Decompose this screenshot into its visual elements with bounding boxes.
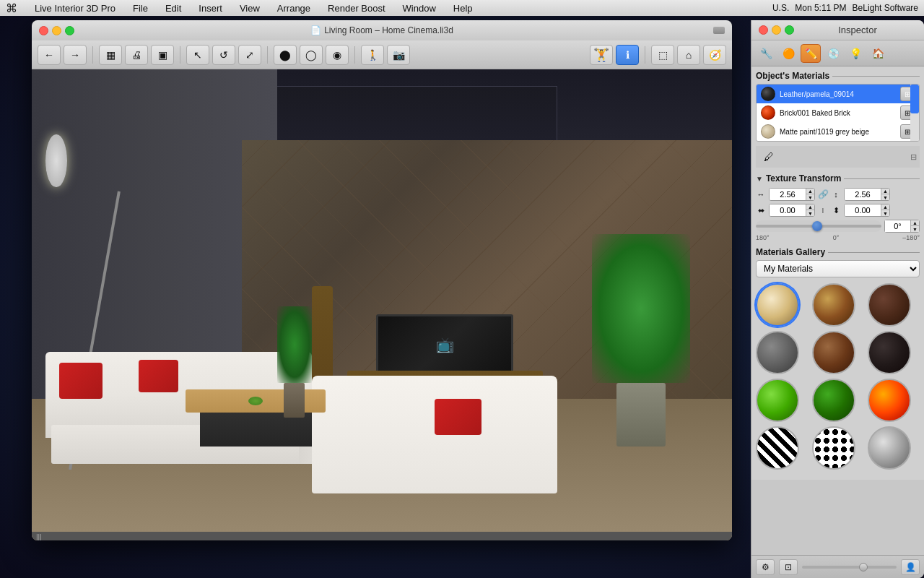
viewport[interactable]: 📺 <box>32 69 732 540</box>
gallery-item-beige[interactable] <box>756 283 799 327</box>
back-button[interactable]: ← <box>38 45 61 65</box>
menu-window[interactable]: Window <box>400 3 439 14</box>
house-button[interactable]: ⌂ <box>677 45 700 65</box>
scale-v-input[interactable] <box>845 189 881 200</box>
maximize-button[interactable] <box>65 26 74 35</box>
material-item-1[interactable]: Leather/pamela_09014 ⊞ <box>757 85 919 103</box>
scale-h-icon: ↔ <box>756 190 766 199</box>
menu-file[interactable]: File <box>130 3 151 14</box>
select-button[interactable]: ↖ <box>186 45 209 65</box>
eyedropper-tool[interactable]: 🖊 <box>759 147 779 166</box>
material-item-3[interactable]: Matte paint/1019 grey beige ⊞ <box>757 122 919 141</box>
tool-edit[interactable]: ✏️ <box>801 44 821 63</box>
small-plant-pot <box>284 383 305 418</box>
rotation-down[interactable]: ▼ <box>910 226 919 232</box>
offset-v-down[interactable]: ▼ <box>881 210 889 216</box>
fit-button[interactable]: ⊡ <box>779 559 798 575</box>
gallery-item-zebra[interactable] <box>756 426 799 470</box>
tool-material-ball[interactable]: 🟠 <box>778 44 798 63</box>
settings-button[interactable]: ⚙ <box>756 559 775 575</box>
gallery-item-wood[interactable] <box>812 283 855 327</box>
gallery-item-fire[interactable] <box>868 379 911 422</box>
view3d-button[interactable]: ▣ <box>151 45 174 65</box>
gallery-item-brick[interactable] <box>868 283 911 327</box>
walk-button[interactable]: 🚶 <box>361 45 384 65</box>
menu-render[interactable]: Render Boost <box>325 3 388 14</box>
gallery-item-green-bright[interactable] <box>756 379 799 422</box>
tool-room[interactable]: 🏠 <box>868 44 888 63</box>
rotation-up[interactable]: ▲ <box>910 220 919 226</box>
scale-v-down[interactable]: ▼ <box>881 194 889 200</box>
scale-h-stepper[interactable]: ▲ ▼ <box>806 189 814 200</box>
zoom-slider[interactable] <box>802 566 897 569</box>
menu-help[interactable]: Help <box>450 3 476 14</box>
viewport-scrollbar[interactable]: ||| <box>32 532 732 540</box>
frame-button[interactable]: ⬚ <box>651 45 674 65</box>
tool-light[interactable]: 💡 <box>845 44 866 63</box>
rotation-stepper[interactable]: ▲ ▼ <box>910 220 919 232</box>
menu-insert[interactable]: Insert <box>196 3 225 14</box>
grid-icon: ⊟ <box>910 152 917 162</box>
offset-h-stepper[interactable]: ▲ ▼ <box>806 204 814 216</box>
tool-texture[interactable]: 💿 <box>823 44 843 63</box>
rotation-label-min: 180° <box>756 234 770 241</box>
materials-scrollbar[interactable] <box>910 85 919 141</box>
close-button[interactable] <box>39 26 48 35</box>
scale-h-input[interactable] <box>770 189 806 200</box>
forward-button[interactable]: → <box>64 45 87 65</box>
rotate-button[interactable]: ↺ <box>212 45 235 65</box>
toolbar-sep-4 <box>354 46 355 64</box>
offset-h-up[interactable]: ▲ <box>806 204 814 210</box>
gallery-dropdown[interactable]: My Materials <box>756 260 920 277</box>
sofa-center <box>312 376 557 493</box>
rotation-input[interactable] <box>885 220 910 232</box>
offset-v-stepper[interactable]: ▲ ▼ <box>881 204 889 216</box>
inspector-max[interactable] <box>785 25 794 35</box>
scale-v-up[interactable]: ▲ <box>881 189 889 194</box>
menu-arrange[interactable]: Arrange <box>274 3 313 14</box>
tool-object[interactable]: 🔧 <box>756 44 776 63</box>
texture-section-header: ▼ Texture Transform <box>756 173 920 184</box>
apple-menu[interactable]: ⌘ <box>6 1 17 15</box>
gallery-item-ebony[interactable] <box>868 331 911 374</box>
gallery-item-metal[interactable] <box>868 426 911 470</box>
scale-v-stepper[interactable]: ▲ ▼ <box>881 189 889 200</box>
offset-h-down[interactable]: ▼ <box>806 210 814 216</box>
texture-toggle[interactable]: ▼ <box>756 175 763 183</box>
menu-view[interactable]: View <box>237 3 263 14</box>
shape-button[interactable]: ◉ <box>326 45 349 65</box>
material-item-2[interactable]: Brick/001 Baked Brick ⊞ <box>757 103 919 122</box>
info-button[interactable]: ℹ <box>616 45 639 65</box>
window-collapse-button[interactable] <box>713 27 725 34</box>
inspector-close[interactable] <box>759 25 768 35</box>
offset-v-input[interactable] <box>845 204 881 216</box>
minimize-button[interactable] <box>52 26 61 35</box>
scale-h-up[interactable]: ▲ <box>806 189 814 194</box>
rotation-slider[interactable] <box>756 220 881 232</box>
circle-button[interactable]: ◯ <box>300 45 323 65</box>
object3d-button[interactable]: 🏋 <box>590 45 613 65</box>
offset-h-input[interactable] <box>770 204 806 216</box>
materials-list: Leather/pamela_09014 ⊞ Brick/001 Baked B… <box>756 84 920 142</box>
camera-button[interactable]: 📷 <box>387 45 410 65</box>
gallery-item-stone[interactable] <box>756 331 799 374</box>
compass-button[interactable]: 🧭 <box>703 45 726 65</box>
render-button[interactable]: 🖨 <box>125 45 148 65</box>
floorplan-button[interactable]: ▦ <box>99 45 122 65</box>
gallery-item-green-dark[interactable] <box>812 379 855 422</box>
scale-v-icon: ↕ <box>831 190 841 199</box>
sphere-button[interactable]: ⬤ <box>274 45 297 65</box>
scale-v-input-group: ▲ ▼ <box>844 188 890 201</box>
file-icon: 📄 <box>310 25 321 35</box>
menu-edit[interactable]: Edit <box>162 3 184 14</box>
scale-h-down[interactable]: ▼ <box>806 194 814 200</box>
person-button[interactable]: 👤 <box>901 559 920 575</box>
material-name-1: Leather/pamela_09014 <box>780 90 896 98</box>
menu-app[interactable]: Live Interior 3D Pro <box>32 3 118 14</box>
inspector-min[interactable] <box>772 25 781 35</box>
gallery-item-spots[interactable] <box>812 426 855 470</box>
move-button[interactable]: ⤢ <box>238 45 261 65</box>
offset-v-up[interactable]: ▲ <box>881 204 889 210</box>
gallery-item-walnut[interactable] <box>812 331 855 374</box>
rotation-input-group: ▲ ▼ <box>884 220 920 233</box>
